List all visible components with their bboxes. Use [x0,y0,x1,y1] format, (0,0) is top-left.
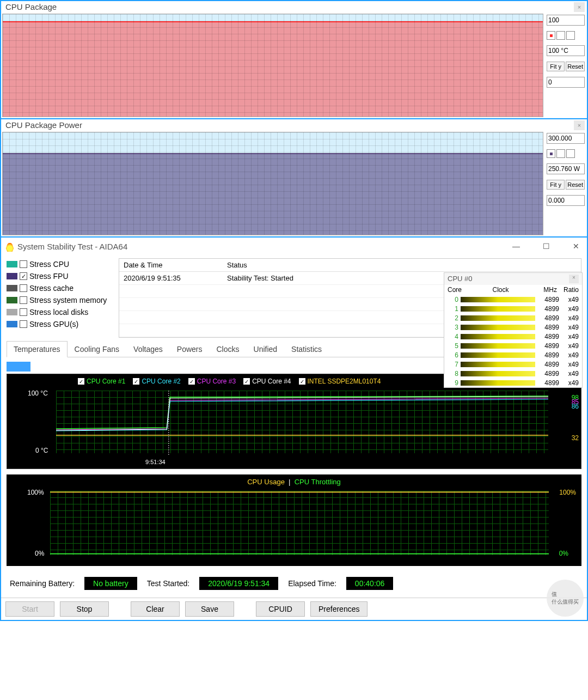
save-button[interactable]: Save [185,601,234,617]
core-row: 64899x49 [444,350,582,360]
stress-label: Stress system memory [29,296,107,305]
app-icon [5,241,14,252]
checkbox[interactable] [20,284,27,292]
series-swatch[interactable] [566,149,575,158]
current-value[interactable] [547,163,585,174]
series-swatch[interactable] [566,31,575,40]
hw-icon [7,321,17,327]
series-swatch[interactable] [547,149,555,158]
series-swatch[interactable] [556,31,565,40]
stress-label: Stress CPU [29,260,69,269]
hw-icon [7,285,17,291]
legend-item[interactable]: ✓CPU Core #1 [78,378,125,385]
core-row: 34899x49 [444,322,582,332]
core-row: 44899x49 [444,332,582,341]
stress-label: Stress cache [29,284,74,293]
start-button[interactable]: Start [5,601,54,617]
checkbox[interactable]: ✓ [20,272,27,280]
hw-icon [7,261,17,267]
tab-cooling fans[interactable]: Cooling Fans [68,341,127,357]
core-row: 54899x49 [444,341,582,350]
reset-button[interactable]: Reset [566,180,585,190]
stress-label: Stress local disks [29,308,88,316]
current-value[interactable] [547,45,585,56]
tab-powers[interactable]: Powers [170,341,210,357]
hw-icon [7,309,17,315]
cpu0-close[interactable]: × [569,275,579,283]
hw-icon [7,297,17,303]
legend-item[interactable]: ✓CPU Core #3 [188,378,236,385]
legend-item[interactable]: ✓INTEL SSDPE2ML010T4 [299,378,381,385]
tab-statistics[interactable]: Statistics [284,341,329,357]
clock-bar [461,334,535,339]
y-min-input[interactable] [547,195,585,206]
clock-bar [461,371,535,376]
chart-title: CPU Package [5,2,57,11]
preferences-button[interactable]: Preferences [310,601,367,617]
watermark: 值什么值得买 [547,580,584,617]
series-value: 86 [572,403,579,410]
reset-button[interactable]: Reset [566,62,585,71]
clock-bar [461,343,535,349]
core-row: 84899x49 [444,369,582,378]
checkbox[interactable] [20,320,27,328]
cpu0-title: CPU #0 [448,275,473,283]
core-row: 04899x49 [444,295,582,304]
started-value: 2020/6/19 9:51:34 [199,577,278,590]
usage-graph: CPU Usage | CPU Throttling 100% 0% 100% … [7,474,581,566]
checkbox[interactable] [20,308,27,316]
legend-item[interactable]: ✓CPU Core #2 [133,378,180,385]
series-swatch[interactable] [556,149,565,158]
stress-option[interactable]: Stress CPU [7,258,115,270]
checkbox[interactable] [20,260,27,268]
stress-option[interactable]: Stress GPU(s) [7,318,115,330]
y-max-input[interactable] [547,133,585,144]
maximize-button[interactable]: ☐ [540,242,553,251]
tab-temperatures[interactable]: Temperatures [7,341,68,357]
stress-option[interactable]: Stress system memory [7,294,115,306]
clock-bar [461,297,535,302]
clock-bar [461,325,535,330]
series-value: 32 [572,434,579,442]
fit-y-button[interactable]: Fit y [547,180,565,190]
tab-voltages[interactable]: Voltages [126,341,170,357]
minimize-button[interactable]: — [509,242,523,251]
stress-option[interactable]: Stress local disks [7,306,115,318]
col-header-status: Status [227,261,577,269]
chart-title: CPU Package Power [5,120,82,130]
stop-button[interactable]: Stop [60,601,109,617]
stress-label: Stress GPU(s) [29,320,78,328]
close-button[interactable]: ✕ [569,242,583,251]
legend-item[interactable]: ✓CPU Core #4 [243,378,291,385]
fit-y-button[interactable]: Fit y [547,62,565,71]
window-title: System Stability Test - AIDA64 [17,242,127,251]
col-header-datetime: Date & Time [124,261,227,269]
core-row: 24899x49 [444,313,582,322]
series-swatch[interactable] [547,31,555,40]
chart-area [2,14,543,117]
stress-label: Stress FPU [29,272,69,281]
core-row: 94899x49 [444,378,582,387]
started-label: Test Started: [147,579,190,588]
temperature-graph: ✓CPU Core #1✓CPU Core #2✓CPU Core #3✓CPU… [7,374,581,469]
clock-bar [461,315,535,321]
tab-unified[interactable]: Unified [247,341,285,357]
clock-bar [461,362,535,367]
chart-close[interactable]: × [574,2,585,12]
y-min-input[interactable] [547,77,585,88]
checkbox[interactable] [20,296,27,304]
battery-label: Remaining Battery: [10,579,75,588]
series-selector[interactable] [7,362,30,372]
elapsed-value: 00:40:06 [346,577,394,590]
tab-clocks[interactable]: Clocks [210,341,247,357]
clock-bar [461,380,535,386]
stress-option[interactable]: Stress cache [7,282,115,294]
cpuid-button[interactable]: CPUID [256,601,305,617]
clear-button[interactable]: Clear [131,601,180,617]
clock-bar [461,352,535,358]
core-row: 14899x49 [444,304,582,313]
elapsed-label: Elapsed Time: [288,579,336,588]
stress-option[interactable]: ✓ Stress FPU [7,270,115,282]
chart-close[interactable]: × [574,120,585,130]
y-max-input[interactable] [547,15,585,26]
